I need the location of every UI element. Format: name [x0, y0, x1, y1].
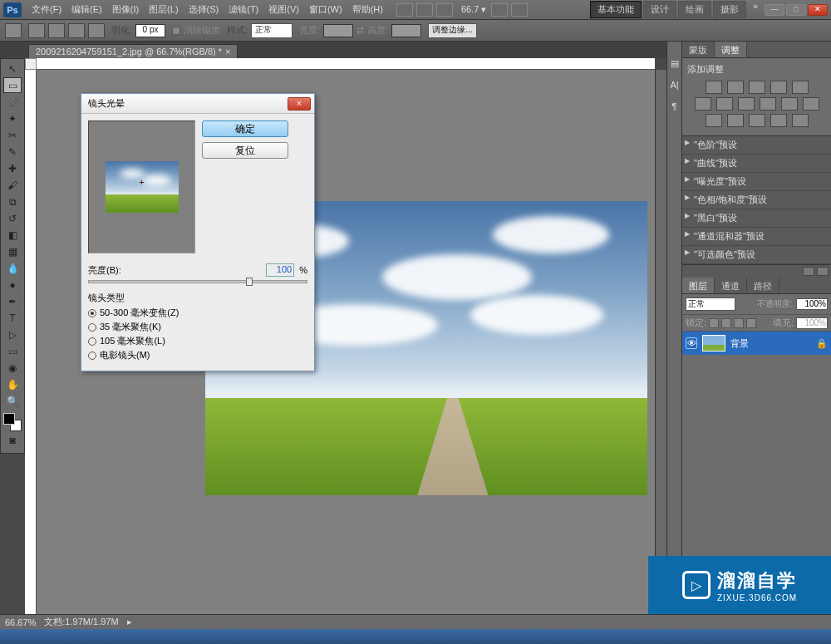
selection-new-icon[interactable]	[28, 23, 45, 38]
workspace-essentials[interactable]: 基本功能	[590, 1, 642, 18]
adj-bw-icon[interactable]	[738, 97, 755, 111]
os-taskbar[interactable]	[0, 629, 831, 644]
workspace-painting[interactable]: 绘画	[678, 1, 711, 18]
character-panel-icon[interactable]: A|	[669, 80, 681, 91]
adj-exposure-icon[interactable]	[770, 81, 787, 94]
dialog-titlebar[interactable]: 镜头光晕 ×	[81, 94, 314, 114]
flare-center-icon[interactable]: +	[140, 177, 145, 186]
crop-tool[interactable]: ✂	[3, 127, 22, 143]
lock-all-icon[interactable]	[746, 318, 756, 328]
launch-bridge-icon[interactable]	[396, 3, 413, 17]
path-select-tool[interactable]: ▷	[3, 327, 22, 342]
workspace-more-icon[interactable]: »	[753, 1, 758, 18]
fill-input[interactable]: 100%	[796, 317, 828, 329]
radio-icon[interactable]	[88, 337, 96, 346]
preset-curves[interactable]: "曲线"预设	[682, 155, 831, 173]
preset-hue[interactable]: "色相/饱和度"预设	[682, 191, 831, 209]
adj-vibrance-icon[interactable]	[792, 81, 809, 94]
view-extras-icon[interactable]	[436, 3, 453, 17]
lock-position-icon[interactable]	[734, 318, 744, 328]
window-close-button[interactable]: ✕	[808, 4, 828, 16]
menu-select[interactable]: 选择(S)	[184, 3, 224, 16]
ruler-origin[interactable]	[25, 58, 37, 70]
tab-layers[interactable]: 图层	[682, 278, 715, 293]
dialog-close-button[interactable]: ×	[288, 97, 311, 111]
adj-gradientmap-icon[interactable]	[749, 114, 765, 127]
adj-channelmixer-icon[interactable]	[781, 97, 798, 111]
blur-tool[interactable]: 💧	[3, 260, 22, 276]
workspace-photography[interactable]: 摄影	[713, 1, 746, 18]
menu-edit[interactable]: 编辑(E)	[66, 3, 107, 16]
radio-icon[interactable]	[88, 309, 96, 317]
menu-image[interactable]: 图像(I)	[107, 3, 144, 16]
3d-tool[interactable]: ◉	[3, 360, 22, 376]
lens-option-35[interactable]: 35 毫米聚焦(K)	[88, 320, 307, 334]
marquee-tool[interactable]: ▭	[3, 77, 22, 93]
adj-foot-icon-1[interactable]	[803, 267, 814, 276]
adj-levels-icon[interactable]	[727, 81, 744, 94]
move-tool[interactable]: ↖	[3, 61, 22, 76]
opacity-input[interactable]: 100%	[796, 298, 828, 310]
brush-tool[interactable]: 🖌	[3, 177, 22, 193]
workspace-design[interactable]: 设计	[643, 1, 676, 18]
foreground-color-swatch[interactable]	[3, 413, 15, 425]
paragraph-panel-icon[interactable]: ¶	[669, 101, 681, 113]
adj-curves-icon[interactable]	[749, 81, 765, 94]
adj-posterize-icon[interactable]	[706, 114, 722, 127]
menu-window[interactable]: 窗口(W)	[304, 3, 347, 16]
hand-tool[interactable]: ✋	[3, 376, 22, 392]
status-chevron-icon[interactable]: ▸	[127, 617, 132, 627]
adj-colorbalance-icon[interactable]	[716, 97, 733, 111]
zoom-level[interactable]: 66.7 ▾	[461, 4, 486, 15]
document-tab-close-icon[interactable]: ×	[225, 47, 230, 57]
scrollbar-vertical[interactable]	[655, 70, 666, 614]
adj-hue-icon[interactable]	[695, 97, 711, 111]
quick-select-tool[interactable]: ✦	[3, 111, 22, 126]
selection-subtract-icon[interactable]	[68, 23, 85, 38]
tab-channels[interactable]: 通道	[715, 278, 747, 293]
adj-foot-icon-2[interactable]	[817, 267, 829, 276]
gradient-tool[interactable]: ▦	[3, 243, 22, 259]
stamp-tool[interactable]: ⧉	[3, 194, 22, 209]
quick-mask-tool[interactable]: ◙	[3, 432, 22, 448]
eraser-tool[interactable]: ◧	[3, 227, 22, 243]
adj-photofilter-icon[interactable]	[760, 97, 776, 111]
preset-selectivecolor[interactable]: "可选颜色"预设	[682, 246, 831, 264]
preset-exposure[interactable]: "曝光度"预设	[682, 173, 831, 191]
adj-invert-icon[interactable]	[803, 97, 819, 111]
history-brush-tool[interactable]: ↺	[3, 210, 22, 226]
tab-paths[interactable]: 路径	[747, 278, 779, 293]
mini-bridge-icon[interactable]	[416, 3, 433, 17]
layer-row-background[interactable]: 👁 背景 🔒	[682, 332, 831, 355]
radio-icon[interactable]	[88, 323, 96, 332]
tab-masks[interactable]: 蒙版	[682, 42, 715, 57]
brightness-slider[interactable]	[88, 280, 307, 283]
lock-pixels-icon[interactable]	[721, 318, 731, 328]
dodge-tool[interactable]: ●	[3, 277, 22, 293]
lens-option-105[interactable]: 105 毫米聚焦(L)	[88, 334, 307, 348]
dialog-reset-button[interactable]: 复位	[202, 142, 288, 159]
antialias-checkbox[interactable]	[172, 27, 180, 35]
ruler-vertical[interactable]	[25, 70, 37, 614]
menu-help[interactable]: 帮助(H)	[347, 3, 388, 16]
type-tool[interactable]: T	[3, 310, 22, 326]
adj-brightness-icon[interactable]	[706, 81, 722, 94]
refine-edge-button[interactable]: 调整边缘...	[428, 23, 476, 38]
arrange-docs-icon[interactable]	[491, 3, 508, 17]
adj-selectivecolor-icon[interactable]	[770, 114, 787, 127]
preset-levels[interactable]: "色阶"预设	[682, 136, 831, 155]
menu-file[interactable]: 文件(F)	[27, 3, 66, 16]
shape-tool[interactable]: ▭	[3, 343, 22, 359]
tab-adjustments[interactable]: 调整	[715, 42, 747, 57]
current-tool-icon[interactable]	[5, 23, 22, 38]
screen-mode-icon[interactable]	[511, 3, 528, 17]
lock-transparency-icon[interactable]	[709, 318, 719, 328]
layer-thumbnail[interactable]	[702, 335, 725, 351]
zoom-tool[interactable]: 🔍	[3, 393, 22, 409]
window-maximize-button[interactable]: □	[786, 4, 806, 16]
status-doc-size[interactable]: 文档:1.97M/1.97M	[44, 616, 118, 628]
dialog-ok-button[interactable]: 确定	[202, 120, 288, 137]
radio-icon[interactable]	[88, 351, 96, 360]
menu-view[interactable]: 视图(V)	[263, 3, 304, 16]
menu-filter[interactable]: 滤镜(T)	[224, 3, 263, 16]
